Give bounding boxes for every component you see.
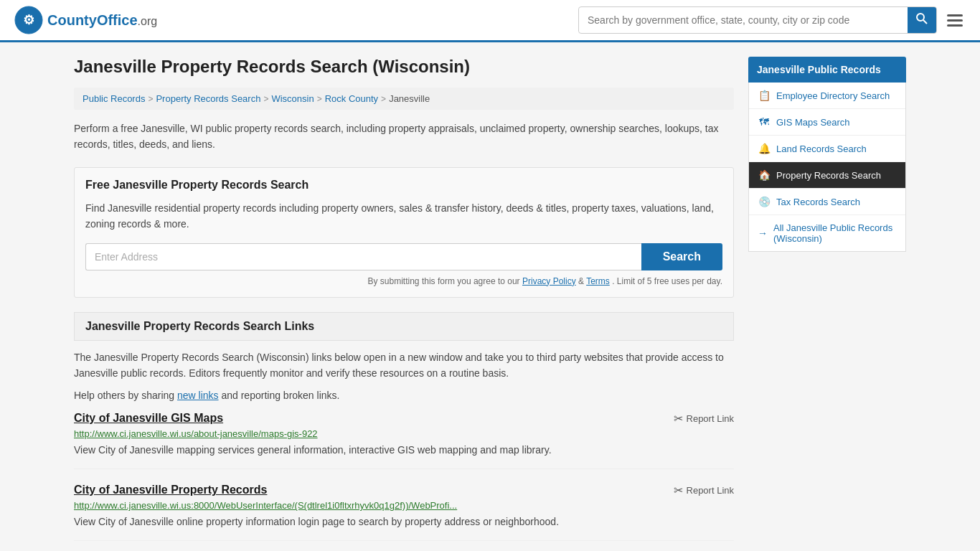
- hamburger-line-1: [947, 14, 963, 17]
- sidebar-item-label-land: Land Records Search: [776, 143, 867, 154]
- sidebar-item-tax-records[interactable]: 💿 Tax Records Search: [749, 189, 905, 215]
- land-records-icon: 🔔: [758, 143, 771, 154]
- sidebar-item-label-property: Property Records Search: [776, 170, 881, 181]
- privacy-policy-link[interactable]: Privacy Policy: [522, 276, 576, 286]
- sidebar-all-records[interactable]: → All Janesville Public Records (Wiscons…: [749, 215, 905, 251]
- content-area: Janesville Property Records Search (Wisc…: [74, 57, 734, 551]
- report-link-property[interactable]: ✂ Report Link: [674, 484, 734, 497]
- breadcrumb-janesville: Janesville: [389, 93, 430, 104]
- page-title: Janesville Property Records Search (Wisc…: [74, 57, 734, 77]
- link-item-gis-title[interactable]: City of Janesville GIS Maps: [74, 412, 223, 425]
- link-item-gis-header: City of Janesville GIS Maps ✂ Report Lin…: [74, 412, 734, 425]
- reporting-broken: and reporting broken links.: [221, 390, 339, 401]
- svg-point-2: [917, 14, 924, 21]
- breadcrumb-property-records[interactable]: Property Records Search: [156, 93, 260, 104]
- employee-directory-icon: 📋: [758, 90, 771, 101]
- free-search-section: Free Janesville Property Records Search …: [74, 167, 734, 298]
- form-note-and: &: [578, 276, 586, 286]
- sidebar-item-label-employee: Employee Directory Search: [776, 90, 890, 101]
- global-search-input[interactable]: [579, 9, 908, 32]
- svg-line-3: [923, 20, 927, 24]
- address-search-form: Search: [85, 243, 722, 270]
- breadcrumb: Public Records > Property Records Search…: [74, 88, 734, 110]
- free-search-title: Free Janesville Property Records Search: [85, 179, 722, 192]
- sidebar-all-label: All Janesville Public Records (Wisconsin…: [773, 222, 897, 244]
- scissor-icon-1: ✂: [674, 412, 683, 425]
- report-link-label-2: Report Link: [687, 485, 734, 496]
- sidebar-title: Janesville Public Records: [748, 57, 906, 83]
- sidebar-item-label-tax: Tax Records Search: [776, 197, 860, 207]
- breadcrumb-wisconsin[interactable]: Wisconsin: [271, 93, 314, 104]
- link-item-property-header: City of Janesville Property Records ✂ Re…: [74, 484, 734, 497]
- form-note-limit: . Limit of 5 free uses per day.: [612, 276, 722, 286]
- svg-text:⚙: ⚙: [23, 13, 34, 27]
- scissor-icon-2: ✂: [674, 484, 683, 497]
- logo-text: CountyOffice.org: [47, 12, 157, 29]
- sidebar-item-gis-maps[interactable]: 🗺 GIS Maps Search: [749, 109, 905, 136]
- main-container: Janesville Property Records Search (Wisc…: [60, 42, 920, 551]
- breadcrumb-sep-2: >: [263, 94, 268, 104]
- link-item-gis: City of Janesville GIS Maps ✂ Report Lin…: [74, 412, 734, 469]
- hamburger-line-2: [947, 19, 963, 22]
- sidebar-nav: 📋 Employee Directory Search 🗺 GIS Maps S…: [748, 83, 906, 252]
- help-text-prefix: Help others by sharing: [74, 390, 174, 401]
- search-icon: [916, 13, 928, 24]
- link-item-property-title[interactable]: City of Janesville Property Records: [74, 484, 267, 496]
- sidebar-all-icon: →: [758, 227, 768, 239]
- header-right: [578, 6, 966, 34]
- help-text: Help others by sharing new links and rep…: [74, 390, 734, 401]
- free-search-desc: Find Janesville residential property rec…: [85, 200, 722, 232]
- breadcrumb-rock-county[interactable]: Rock County: [325, 93, 378, 104]
- hamburger-menu[interactable]: [944, 11, 966, 29]
- links-section-title: Janesville Property Records Search Links: [74, 312, 734, 341]
- terms-link[interactable]: Terms: [586, 276, 610, 286]
- breadcrumb-sep-1: >: [148, 94, 153, 104]
- link-desc-gis: View City of Janesville mapping services…: [74, 443, 734, 458]
- gis-maps-icon: 🗺: [758, 116, 771, 128]
- link-url-gis[interactable]: http://www.ci.janesville.wi.us/about-jan…: [74, 428, 734, 439]
- links-section-desc: The Janesville Property Records Search (…: [74, 349, 734, 382]
- address-input[interactable]: [85, 243, 641, 270]
- breadcrumb-public-records[interactable]: Public Records: [83, 93, 145, 104]
- page-description: Perform a free Janesville, WI public pro…: [74, 121, 734, 153]
- new-links-link[interactable]: new links: [177, 390, 219, 401]
- sidebar-item-property-records[interactable]: 🏠 Property Records Search: [749, 162, 905, 189]
- address-search-button[interactable]: Search: [641, 243, 722, 270]
- sidebar-item-employee-directory[interactable]: 📋 Employee Directory Search: [749, 83, 905, 109]
- global-search-button[interactable]: [908, 7, 936, 33]
- logo-icon: ⚙: [14, 6, 43, 34]
- link-item-property: City of Janesville Property Records ✂ Re…: [74, 484, 734, 541]
- hamburger-line-3: [947, 24, 963, 27]
- sidebar-item-land-records[interactable]: 🔔 Land Records Search: [749, 136, 905, 162]
- links-section: Janesville Property Records Search Links…: [74, 312, 734, 542]
- breadcrumb-sep-4: >: [381, 94, 386, 104]
- form-note: By submitting this form you agree to our…: [85, 276, 722, 286]
- report-link-label-1: Report Link: [687, 413, 734, 424]
- report-link-gis[interactable]: ✂ Report Link: [674, 412, 734, 425]
- logo[interactable]: ⚙ CountyOffice.org: [14, 6, 157, 34]
- global-search-bar[interactable]: [578, 6, 937, 34]
- link-url-property[interactable]: http://www.ci.janesville.wi.us:8000/WebU…: [74, 500, 734, 511]
- form-note-text: By submitting this form you agree to our: [368, 276, 520, 286]
- property-records-icon: 🏠: [758, 169, 771, 181]
- breadcrumb-sep-3: >: [317, 94, 322, 104]
- sidebar: Janesville Public Records 📋 Employee Dir…: [748, 57, 906, 551]
- site-header: ⚙ CountyOffice.org: [0, 0, 980, 42]
- tax-records-icon: 💿: [758, 196, 771, 207]
- link-desc-property: View City of Janesville online property …: [74, 514, 734, 529]
- sidebar-item-label-gis: GIS Maps Search: [776, 117, 850, 128]
